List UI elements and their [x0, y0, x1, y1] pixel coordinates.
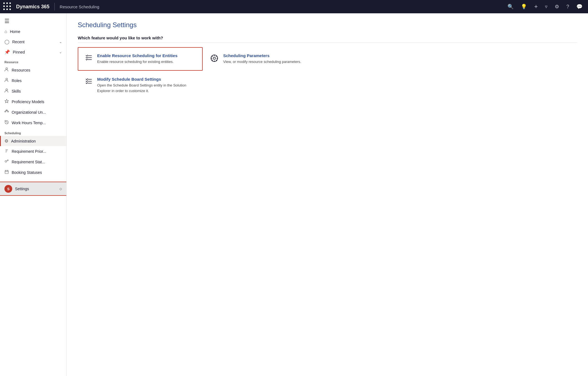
- work-hours-icon: [4, 120, 9, 126]
- card-scheduling-params-desc: View, or modify resource scheduling para…: [223, 59, 301, 65]
- enable-scheduling-icon: [85, 54, 93, 63]
- scheduling-parameters-icon: [210, 54, 219, 65]
- module-name: Resource Scheduling: [60, 4, 99, 9]
- svg-marker-3: [5, 99, 9, 103]
- org-units-icon: [4, 110, 9, 115]
- cards-grid: Enable Resource Scheduling for Entities …: [78, 47, 328, 100]
- req-status-icon: [4, 159, 9, 165]
- recent-icon: ◯: [4, 39, 9, 44]
- sidebar-item-requirement-priority[interactable]: Requirement Prior...: [0, 146, 66, 157]
- administration-icon: ⚙: [4, 138, 8, 144]
- body-wrap: ☰ ⌂ Home ◯ Recent ⌄ 📌 Pinned ⌄ Resource …: [0, 13, 588, 376]
- sidebar-item-requirement-status[interactable]: Requirement Stat...: [0, 157, 66, 167]
- settings-icon[interactable]: ⚙: [552, 2, 561, 11]
- svg-point-23: [213, 57, 215, 59]
- sidebar-item-recent[interactable]: ◯ Recent ⌄: [0, 37, 66, 47]
- sidebar-item-organizational-units[interactable]: Organizational Un...: [0, 107, 66, 118]
- sidebar-item-home[interactable]: ⌂ Home: [0, 27, 66, 37]
- help-icon[interactable]: ?: [564, 3, 571, 11]
- page-title: Scheduling Settings: [78, 21, 577, 29]
- sidebar-item-settings[interactable]: S Settings ◇: [0, 182, 66, 195]
- resources-icon: [4, 67, 9, 73]
- proficiency-models-icon: [4, 99, 9, 105]
- svg-rect-6: [7, 111, 9, 112]
- sidebar-item-booking-statuses[interactable]: Booking Statuses: [0, 167, 66, 178]
- svg-rect-1: [6, 78, 7, 80]
- card-modify-schedule-board[interactable]: Modify Schedule Board Settings Open the …: [78, 71, 203, 100]
- modify-schedule-board-icon: [85, 77, 93, 87]
- card-scheduling-params-text: Scheduling Parameters View, or modify re…: [223, 53, 301, 65]
- app-grid-button[interactable]: [3, 2, 12, 11]
- req-priority-icon: [4, 149, 9, 154]
- app-title: Dynamics 365: [16, 4, 49, 10]
- svg-line-30: [216, 56, 217, 57]
- recent-expand-arrow: ⌄: [59, 40, 62, 44]
- scheduling-section-label: Scheduling: [0, 128, 66, 136]
- sidebar-toggle-button[interactable]: ☰: [0, 13, 66, 27]
- add-icon[interactable]: +: [532, 2, 540, 11]
- svg-rect-4: [5, 111, 6, 112]
- pinned-icon: 📌: [4, 49, 10, 55]
- sidebar-item-roles[interactable]: Roles: [0, 75, 66, 86]
- main-content: Scheduling Settings Which feature would …: [67, 13, 588, 376]
- section-question: Which feature would you like to work wit…: [78, 35, 577, 43]
- skills-icon: [4, 88, 9, 94]
- card-enable-resource-title: Enable Resource Scheduling for Entities: [97, 53, 177, 58]
- sidebar-item-pinned[interactable]: 📌 Pinned ⌄: [0, 47, 66, 57]
- resource-section-label: Resource: [0, 57, 66, 65]
- card-scheduling-parameters[interactable]: Scheduling Parameters View, or modify re…: [203, 47, 328, 71]
- sidebar-item-resources[interactable]: Resources: [0, 65, 66, 75]
- svg-line-31: [212, 60, 213, 61]
- sidebar-item-work-hours-templates[interactable]: Work Hours Temp...: [0, 118, 66, 128]
- svg-line-29: [216, 60, 217, 61]
- svg-rect-0: [6, 68, 7, 69]
- card-modify-schedule-board-desc: Open the Schedule Board Settings entity …: [97, 83, 195, 93]
- card-enable-resource-desc: Enable resource scheduling for existing …: [97, 59, 177, 65]
- svg-point-12: [5, 161, 7, 162]
- settings-letter-icon: S: [4, 185, 12, 193]
- card-modify-schedule-board-text: Modify Schedule Board Settings Open the …: [97, 77, 195, 93]
- search-icon[interactable]: 🔍: [505, 2, 516, 11]
- svg-rect-2: [6, 89, 7, 90]
- card-modify-schedule-board-title: Modify Schedule Board Settings: [97, 77, 195, 82]
- feedback-icon[interactable]: 💬: [574, 2, 585, 11]
- pinned-expand-arrow: ⌄: [59, 50, 62, 54]
- svg-point-13: [7, 160, 8, 161]
- sidebar-item-administration[interactable]: ⚙ Administration: [0, 136, 66, 146]
- top-navigation: Dynamics 365 Resource Scheduling 🔍 💡 + ▿…: [0, 0, 588, 13]
- card-enable-resource-text: Enable Resource Scheduling for Entities …: [97, 53, 177, 65]
- roles-icon: [4, 78, 9, 83]
- card-scheduling-params-title: Scheduling Parameters: [223, 53, 301, 58]
- booking-statuses-icon: [4, 170, 9, 175]
- card-enable-resource-scheduling[interactable]: Enable Resource Scheduling for Entities …: [78, 47, 203, 71]
- filter-icon[interactable]: ▿: [543, 2, 550, 11]
- nav-divider: [54, 3, 55, 11]
- svg-rect-15: [5, 171, 8, 174]
- sidebar-item-proficiency-models[interactable]: Proficiency Models: [0, 96, 66, 107]
- sidebar-item-skills[interactable]: Skills: [0, 86, 66, 96]
- lightbulb-icon[interactable]: 💡: [519, 2, 529, 11]
- home-icon: ⌂: [4, 29, 7, 34]
- settings-expand-arrow: ◇: [59, 187, 62, 191]
- svg-line-28: [212, 56, 213, 57]
- sidebar: ☰ ⌂ Home ◯ Recent ⌄ 📌 Pinned ⌄ Resource …: [0, 13, 67, 376]
